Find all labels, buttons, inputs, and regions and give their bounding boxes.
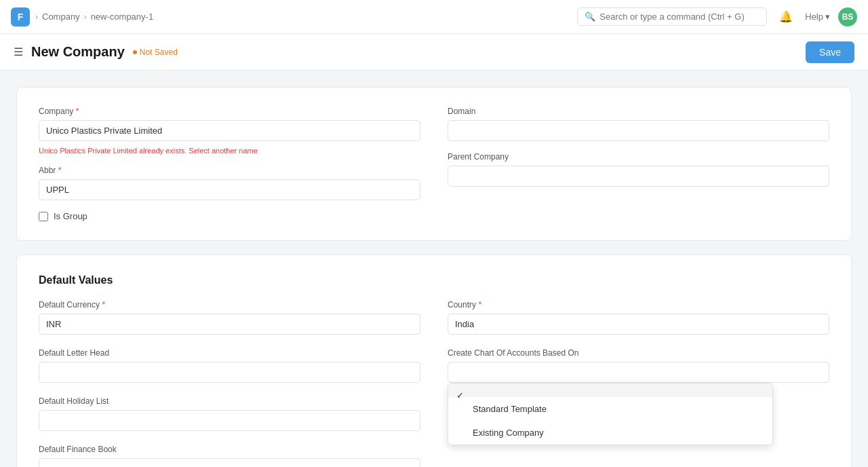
create-chart-input[interactable] xyxy=(448,362,829,383)
not-saved-dot xyxy=(133,50,137,54)
page-title: New Company xyxy=(31,44,125,60)
create-chart-dropdown[interactable]: Standard Template Existing Company xyxy=(448,383,773,445)
default-currency-group: Default Currency * xyxy=(39,300,420,335)
default-letter-head-group: Default Letter Head xyxy=(39,348,420,383)
default-values-left-col: Default Currency * Default Letter Head D… xyxy=(39,300,420,467)
company-required-marker: * xyxy=(76,107,79,116)
default-holiday-list-label: Default Holiday List xyxy=(39,396,420,406)
search-input[interactable] xyxy=(599,12,760,22)
country-label: Country * xyxy=(448,300,829,310)
app-logo[interactable]: F xyxy=(11,7,30,26)
default-finance-book-label: Default Finance Book xyxy=(39,445,420,454)
topnav-right: 🔍 🔔 Help ▾ BS xyxy=(577,6,857,28)
company-card: Company * Unico Plastics Private Limited… xyxy=(16,87,852,241)
is-group-label: Is Group xyxy=(54,211,87,221)
default-currency-label: Default Currency * xyxy=(39,300,420,310)
country-required-marker: * xyxy=(478,300,481,310)
save-button[interactable]: Save xyxy=(806,41,854,63)
company-left-col: Company * Unico Plastics Private Limited… xyxy=(39,107,420,221)
breadcrumb-sep-2: › xyxy=(84,12,87,22)
country-group: Country * xyxy=(448,300,829,335)
parent-company-input[interactable] xyxy=(448,166,829,187)
notification-button[interactable]: 🔔 xyxy=(775,6,797,28)
default-holiday-list-input[interactable] xyxy=(39,410,420,431)
page-header: ☰ New Company Not Saved Save xyxy=(0,34,868,71)
dropdown-item-existing-company[interactable]: Existing Company xyxy=(448,421,772,445)
not-saved-badge: Not Saved xyxy=(133,48,178,57)
abbr-input[interactable] xyxy=(39,179,420,200)
domain-input[interactable] xyxy=(448,120,829,141)
default-finance-book-input[interactable] xyxy=(39,458,420,467)
company-field-group: Company * Unico Plastics Private Limited… xyxy=(39,107,420,155)
company-form-grid: Company * Unico Plastics Private Limited… xyxy=(39,107,829,221)
abbr-required-marker: * xyxy=(58,166,62,175)
default-values-right-col: Country * Create Chart Of Accounts Based… xyxy=(448,300,829,467)
default-values-title: Default Values xyxy=(39,274,829,286)
abbr-field-group: Abbr * xyxy=(39,166,420,200)
dropdown-item-blank[interactable] xyxy=(448,384,772,397)
company-error-text: Unico Plastics Private Limited already e… xyxy=(39,147,420,155)
default-holiday-list-group: Default Holiday List xyxy=(39,396,420,431)
create-chart-label: Create Chart Of Accounts Based On xyxy=(448,348,829,358)
main-content: Company * Unico Plastics Private Limited… xyxy=(0,71,868,467)
parent-company-field-group: Parent Company xyxy=(448,152,829,187)
parent-company-label: Parent Company xyxy=(448,152,829,162)
not-saved-label: Not Saved xyxy=(140,48,178,57)
search-bar[interactable]: 🔍 xyxy=(577,7,767,26)
chevron-down-icon: ▾ xyxy=(825,12,830,22)
default-letter-head-input[interactable] xyxy=(39,362,420,383)
hamburger-icon[interactable]: ☰ xyxy=(14,45,23,58)
domain-label: Domain xyxy=(448,107,829,116)
company-input[interactable] xyxy=(39,120,420,141)
is-group-checkbox-group: Is Group xyxy=(39,211,420,221)
default-finance-book-group: Default Finance Book xyxy=(39,445,420,467)
top-navigation: F › Company › new-company-1 🔍 🔔 Help ▾ B… xyxy=(0,0,868,34)
default-letter-head-label: Default Letter Head xyxy=(39,348,420,358)
breadcrumb-new-company: new-company-1 xyxy=(91,12,154,22)
avatar[interactable]: BS xyxy=(838,7,857,26)
company-label: Company * xyxy=(39,107,420,116)
default-values-form-grid: Default Currency * Default Letter Head D… xyxy=(39,300,829,467)
breadcrumb-sep-1: › xyxy=(35,12,38,22)
help-button[interactable]: Help ▾ xyxy=(805,12,830,22)
country-input[interactable] xyxy=(448,314,829,335)
currency-required-marker: * xyxy=(102,300,105,310)
default-values-card: Default Values Default Currency * Defaul… xyxy=(16,255,852,467)
breadcrumb-company[interactable]: Company xyxy=(42,12,80,22)
default-currency-input[interactable] xyxy=(39,314,420,335)
company-right-col: Domain Parent Company xyxy=(448,107,829,221)
is-group-checkbox[interactable] xyxy=(39,212,48,221)
domain-field-group: Domain xyxy=(448,107,829,141)
create-chart-group: Create Chart Of Accounts Based On Standa… xyxy=(448,348,829,383)
search-icon: 🔍 xyxy=(585,12,595,22)
abbr-label: Abbr * xyxy=(39,166,420,175)
breadcrumb: › Company › new-company-1 xyxy=(35,12,153,22)
dropdown-item-standard-template[interactable]: Standard Template xyxy=(448,397,772,421)
